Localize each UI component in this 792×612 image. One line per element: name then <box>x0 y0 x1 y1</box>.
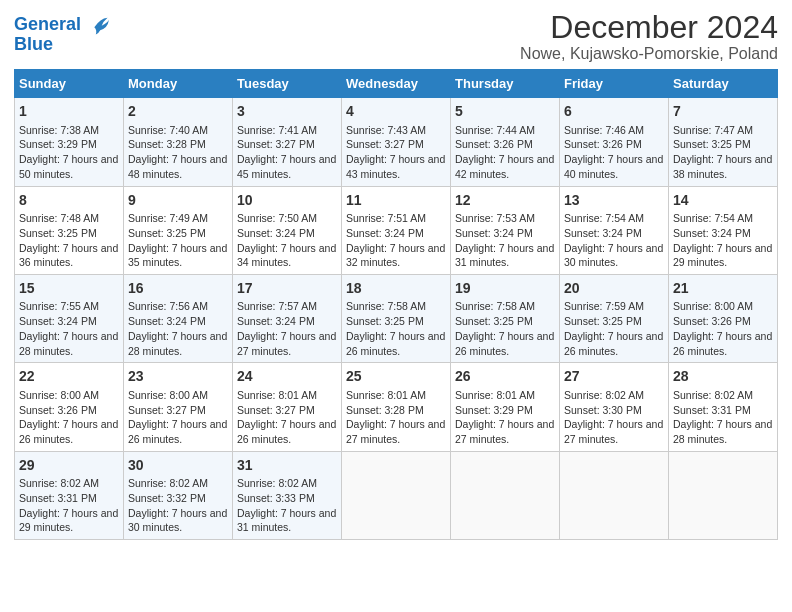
daylight-text: Daylight: 7 hours and 42 minutes. <box>455 153 554 180</box>
calendar-week-4: 22Sunrise: 8:00 AMSunset: 3:26 PMDayligh… <box>15 363 778 451</box>
calendar-cell: 6Sunrise: 7:46 AMSunset: 3:26 PMDaylight… <box>560 98 669 186</box>
sunrise-text: Sunrise: 7:38 AM <box>19 124 99 136</box>
day-number: 5 <box>455 102 555 122</box>
title-block: December 2024 Nowe, Kujawsko-Pomorskie, … <box>520 10 778 63</box>
sunrise-text: Sunrise: 7:46 AM <box>564 124 644 136</box>
calendar-cell: 27Sunrise: 8:02 AMSunset: 3:30 PMDayligh… <box>560 363 669 451</box>
calendar-cell: 28Sunrise: 8:02 AMSunset: 3:31 PMDayligh… <box>669 363 778 451</box>
calendar-cell: 23Sunrise: 8:00 AMSunset: 3:27 PMDayligh… <box>124 363 233 451</box>
sunset-text: Sunset: 3:31 PM <box>673 404 751 416</box>
sunrise-text: Sunrise: 7:48 AM <box>19 212 99 224</box>
sunset-text: Sunset: 3:24 PM <box>237 315 315 327</box>
sunset-text: Sunset: 3:24 PM <box>128 315 206 327</box>
calendar-cell: 24Sunrise: 8:01 AMSunset: 3:27 PMDayligh… <box>233 363 342 451</box>
sunset-text: Sunset: 3:25 PM <box>564 315 642 327</box>
sunset-text: Sunset: 3:27 PM <box>128 404 206 416</box>
day-number: 8 <box>19 191 119 211</box>
calendar-cell: 25Sunrise: 8:01 AMSunset: 3:28 PMDayligh… <box>342 363 451 451</box>
header-sunday: Sunday <box>15 70 124 98</box>
calendar-week-3: 15Sunrise: 7:55 AMSunset: 3:24 PMDayligh… <box>15 274 778 362</box>
day-number: 14 <box>673 191 773 211</box>
sunrise-text: Sunrise: 8:01 AM <box>346 389 426 401</box>
sunset-text: Sunset: 3:24 PM <box>564 227 642 239</box>
daylight-text: Daylight: 7 hours and 26 minutes. <box>673 330 772 357</box>
daylight-text: Daylight: 7 hours and 26 minutes. <box>19 418 118 445</box>
daylight-text: Daylight: 7 hours and 27 minutes. <box>455 418 554 445</box>
day-number: 29 <box>19 456 119 476</box>
calendar-cell: 5Sunrise: 7:44 AMSunset: 3:26 PMDaylight… <box>451 98 560 186</box>
sunset-text: Sunset: 3:33 PM <box>237 492 315 504</box>
day-number: 22 <box>19 367 119 387</box>
sunrise-text: Sunrise: 7:43 AM <box>346 124 426 136</box>
day-number: 7 <box>673 102 773 122</box>
daylight-text: Daylight: 7 hours and 30 minutes. <box>128 507 227 534</box>
sunset-text: Sunset: 3:25 PM <box>128 227 206 239</box>
calendar-table: Sunday Monday Tuesday Wednesday Thursday… <box>14 69 778 540</box>
daylight-text: Daylight: 7 hours and 26 minutes. <box>346 330 445 357</box>
sunrise-text: Sunrise: 8:02 AM <box>19 477 99 489</box>
day-number: 9 <box>128 191 228 211</box>
calendar-cell: 11Sunrise: 7:51 AMSunset: 3:24 PMDayligh… <box>342 186 451 274</box>
sunrise-text: Sunrise: 7:49 AM <box>128 212 208 224</box>
calendar-cell: 13Sunrise: 7:54 AMSunset: 3:24 PMDayligh… <box>560 186 669 274</box>
sunset-text: Sunset: 3:29 PM <box>455 404 533 416</box>
sunset-text: Sunset: 3:25 PM <box>346 315 424 327</box>
day-number: 27 <box>564 367 664 387</box>
sunrise-text: Sunrise: 8:00 AM <box>128 389 208 401</box>
calendar-cell: 18Sunrise: 7:58 AMSunset: 3:25 PMDayligh… <box>342 274 451 362</box>
day-number: 15 <box>19 279 119 299</box>
daylight-text: Daylight: 7 hours and 30 minutes. <box>564 242 663 269</box>
sunset-text: Sunset: 3:27 PM <box>237 138 315 150</box>
day-number: 10 <box>237 191 337 211</box>
sunset-text: Sunset: 3:26 PM <box>564 138 642 150</box>
sunset-text: Sunset: 3:28 PM <box>346 404 424 416</box>
calendar-cell <box>669 451 778 539</box>
header-thursday: Thursday <box>451 70 560 98</box>
daylight-text: Daylight: 7 hours and 27 minutes. <box>346 418 445 445</box>
calendar-cell: 16Sunrise: 7:56 AMSunset: 3:24 PMDayligh… <box>124 274 233 362</box>
day-number: 1 <box>19 102 119 122</box>
daylight-text: Daylight: 7 hours and 28 minutes. <box>673 418 772 445</box>
header-saturday: Saturday <box>669 70 778 98</box>
sunset-text: Sunset: 3:28 PM <box>128 138 206 150</box>
calendar-cell: 1Sunrise: 7:38 AMSunset: 3:29 PMDaylight… <box>15 98 124 186</box>
day-number: 17 <box>237 279 337 299</box>
header-friday: Friday <box>560 70 669 98</box>
sunset-text: Sunset: 3:31 PM <box>19 492 97 504</box>
header-wednesday: Wednesday <box>342 70 451 98</box>
daylight-text: Daylight: 7 hours and 36 minutes. <box>19 242 118 269</box>
sunrise-text: Sunrise: 8:00 AM <box>673 300 753 312</box>
day-number: 24 <box>237 367 337 387</box>
day-number: 26 <box>455 367 555 387</box>
main-container: General Blue December 2024 Nowe, Kujawsk… <box>0 0 792 548</box>
daylight-text: Daylight: 7 hours and 43 minutes. <box>346 153 445 180</box>
daylight-text: Daylight: 7 hours and 31 minutes. <box>237 507 336 534</box>
sunset-text: Sunset: 3:25 PM <box>673 138 751 150</box>
day-number: 30 <box>128 456 228 476</box>
logo-bird-icon <box>87 14 109 36</box>
calendar-cell: 9Sunrise: 7:49 AMSunset: 3:25 PMDaylight… <box>124 186 233 274</box>
sunrise-text: Sunrise: 7:40 AM <box>128 124 208 136</box>
day-number: 4 <box>346 102 446 122</box>
sunrise-text: Sunrise: 7:53 AM <box>455 212 535 224</box>
day-number: 6 <box>564 102 664 122</box>
daylight-text: Daylight: 7 hours and 45 minutes. <box>237 153 336 180</box>
calendar-cell: 22Sunrise: 8:00 AMSunset: 3:26 PMDayligh… <box>15 363 124 451</box>
calendar-cell <box>342 451 451 539</box>
calendar-cell: 17Sunrise: 7:57 AMSunset: 3:24 PMDayligh… <box>233 274 342 362</box>
sunrise-text: Sunrise: 7:44 AM <box>455 124 535 136</box>
calendar-cell: 30Sunrise: 8:02 AMSunset: 3:32 PMDayligh… <box>124 451 233 539</box>
sunset-text: Sunset: 3:27 PM <box>346 138 424 150</box>
sunrise-text: Sunrise: 7:59 AM <box>564 300 644 312</box>
sunset-text: Sunset: 3:27 PM <box>237 404 315 416</box>
day-number: 18 <box>346 279 446 299</box>
day-number: 12 <box>455 191 555 211</box>
day-number: 2 <box>128 102 228 122</box>
daylight-text: Daylight: 7 hours and 31 minutes. <box>455 242 554 269</box>
logo-line1: General <box>14 14 109 36</box>
day-number: 21 <box>673 279 773 299</box>
calendar-cell: 29Sunrise: 8:02 AMSunset: 3:31 PMDayligh… <box>15 451 124 539</box>
sunrise-text: Sunrise: 8:02 AM <box>564 389 644 401</box>
daylight-text: Daylight: 7 hours and 29 minutes. <box>673 242 772 269</box>
sunrise-text: Sunrise: 7:55 AM <box>19 300 99 312</box>
